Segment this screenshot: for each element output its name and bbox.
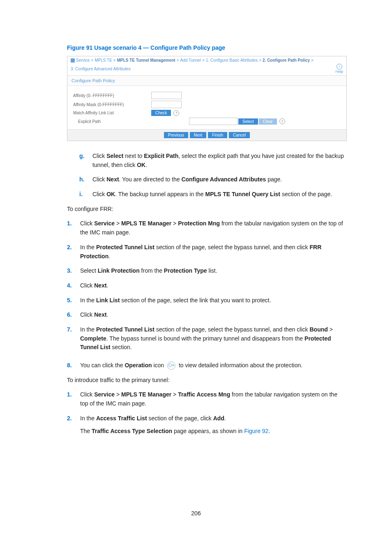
- list-item: 1. Click Service > MPLS TE Manager > Pro…: [80, 219, 347, 237]
- lead-configure-frr: To configure FRR:: [67, 205, 347, 214]
- list-item: 5. In the Link List section of the page,…: [80, 296, 347, 305]
- list-item: i. Click OK. The backup tunnel appears i…: [92, 190, 347, 199]
- list-item: 8. You can click the Operation icon to v…: [80, 361, 347, 370]
- previous-button[interactable]: Previous: [164, 132, 188, 138]
- operation-icon: [167, 362, 175, 370]
- lead-introduce-traffic: To introduce traffic to the primary tunn…: [67, 376, 347, 385]
- clear-button[interactable]: Clear: [259, 118, 277, 125]
- label-match-affinity: Match Affinity Link List: [73, 111, 151, 115]
- help-icon: ?: [337, 64, 342, 70]
- figure-92-link[interactable]: Figure 92: [244, 428, 268, 434]
- help-icon[interactable]: ?: [173, 110, 179, 116]
- service-icon: [71, 58, 75, 63]
- list-item: g. Click Select next to Explicit Path, s…: [92, 152, 347, 169]
- list-item: 1. Click Service > MPLS TE Manager > Tra…: [80, 390, 347, 408]
- label-explicit-path: Explicit Path: [73, 119, 151, 124]
- list-item: 4. Click Next.: [80, 281, 347, 290]
- list-item: 7. In the Protected Tunnel List section …: [80, 325, 347, 352]
- crumb-mpls-te[interactable]: MPLS TE: [95, 58, 112, 63]
- help-link[interactable]: ?Help: [335, 64, 343, 74]
- list-item: 2. In the Protected Tunnel List section …: [80, 243, 347, 261]
- list-item: 3. Select Link Protection from the Prote…: [80, 266, 347, 276]
- explicit-path-input[interactable]: [189, 118, 238, 125]
- label-affinity: Affinity (0- FFFFFFFF): [73, 93, 151, 98]
- page-number: 206: [0, 510, 392, 517]
- list-item: h. Click Next. You are directed to the C…: [92, 175, 347, 184]
- body-text: g. Click Select next to Explicit Path, s…: [67, 152, 347, 436]
- breadcrumb: Service> MPLS TE> MPLS TE Tunnel Managem…: [67, 56, 346, 76]
- crumb-step3[interactable]: 3. Configure Advanced Attributes: [71, 67, 131, 71]
- next-button[interactable]: Next: [190, 132, 207, 138]
- select-button[interactable]: Select: [238, 118, 258, 125]
- crumb-service[interactable]: Service: [76, 58, 90, 63]
- screenshot-configure-path-policy: Service> MPLS TE> MPLS TE Tunnel Managem…: [67, 56, 347, 141]
- check-button[interactable]: Check: [151, 110, 171, 116]
- figure-caption: Figure 91 Usage scenario 4 — Configure P…: [67, 44, 347, 51]
- finish-button[interactable]: Finish: [208, 132, 227, 138]
- list-item: 6. Click Next.: [80, 311, 347, 320]
- affinity-input[interactable]: [151, 92, 182, 99]
- list-item: 2. In the Access Traffic List section of…: [80, 414, 347, 436]
- cancel-button[interactable]: Cancel: [229, 132, 250, 138]
- panel-title: Configure Path Policy: [67, 76, 346, 86]
- crumb-tunnel-mgmt[interactable]: MPLS TE Tunnel Management: [117, 58, 175, 63]
- crumb-step2[interactable]: 2. Configure Path Policy: [263, 58, 310, 63]
- crumb-step1[interactable]: 1. Configure Basic Attributes: [206, 58, 258, 63]
- affinity-mask-input[interactable]: [151, 101, 182, 108]
- label-affinity-mask: Affinity Mask (0-FFFFFFFF): [73, 102, 151, 107]
- help-icon[interactable]: ?: [279, 118, 285, 124]
- crumb-add-tunnel[interactable]: Add Tunnel: [180, 58, 201, 63]
- wizard-footer: Previous Next Finish Cancel: [67, 129, 346, 141]
